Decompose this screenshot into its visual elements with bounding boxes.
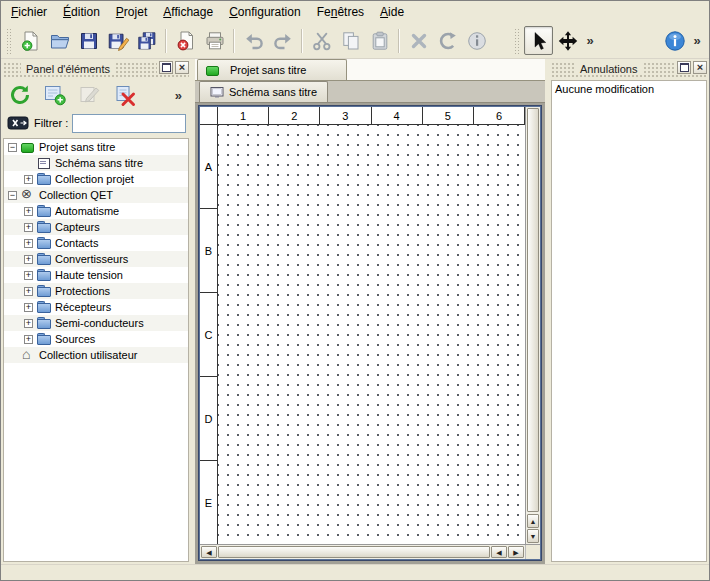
float-panel-button[interactable]: [159, 61, 173, 74]
reload-collections-button[interactable]: [7, 82, 33, 108]
new-document-button[interactable]: [16, 26, 45, 55]
undo-panel-title: Annulations: [575, 63, 643, 75]
expand-toggle[interactable]: [8, 191, 17, 200]
tree-item-label: Automatisme: [55, 205, 119, 217]
tab-project[interactable]: Projet sans titre: [197, 59, 347, 80]
tree-item[interactable]: Projet sans titre: [4, 139, 188, 155]
schema-tab-label: Schéma sans titre: [229, 86, 317, 98]
open-project-button[interactable]: [45, 26, 74, 55]
expand-toggle[interactable]: [24, 159, 33, 168]
tree-item[interactable]: Récepteurs: [4, 299, 188, 315]
tree-item-label: Sources: [55, 333, 95, 345]
close-panel-button[interactable]: [175, 61, 189, 74]
undo-button[interactable]: [239, 26, 268, 55]
undo-history-list[interactable]: Aucune modification: [551, 80, 707, 562]
expand-toggle[interactable]: [24, 255, 33, 264]
expand-toggle[interactable]: [24, 287, 33, 296]
tree-item[interactable]: Protections: [4, 283, 188, 299]
horizontal-scrollbar-thumb[interactable]: [218, 546, 490, 558]
expand-toggle[interactable]: [24, 271, 33, 280]
horizontal-scrollbar[interactable]: [200, 545, 525, 559]
elements-panel-titlebar[interactable]: Panel d'éléments: [3, 61, 189, 77]
tab-schema[interactable]: Schéma sans titre: [199, 81, 328, 102]
tree-item[interactable]: Capteurs: [4, 219, 188, 235]
tree-item[interactable]: Automatisme: [4, 203, 188, 219]
diagram-canvas[interactable]: [218, 125, 525, 544]
save-as-button[interactable]: [103, 26, 132, 55]
tree-item[interactable]: Convertisseurs: [4, 251, 188, 267]
tree-item[interactable]: Collection utilisateur: [4, 347, 188, 363]
delete-button[interactable]: [404, 26, 433, 55]
tree-item[interactable]: Haute tension: [4, 267, 188, 283]
panel-toolbar-overflow-button[interactable]: »: [172, 88, 185, 103]
menu-item[interactable]: Configuration: [221, 2, 309, 23]
select-tool-button[interactable]: [524, 26, 553, 55]
about-button[interactable]: [660, 26, 689, 55]
cut-button[interactable]: [307, 26, 336, 55]
expand-toggle[interactable]: [24, 239, 33, 248]
scroll-down-button[interactable]: [527, 529, 539, 543]
float-panel-button[interactable]: [677, 61, 691, 74]
scroll-left-button[interactable]: [201, 546, 217, 558]
save-button[interactable]: [74, 26, 103, 55]
tree-item-icon: [37, 301, 51, 313]
toolbar-grip[interactable]: [6, 28, 12, 54]
tree-item[interactable]: Schéma sans titre: [4, 155, 188, 171]
menu-item[interactable]: Fenêtres: [309, 2, 372, 23]
menu-item[interactable]: Fichier: [3, 2, 55, 23]
info-button[interactable]: [462, 26, 491, 55]
rotate-button[interactable]: [433, 26, 462, 55]
tree-item[interactable]: Contacts: [4, 235, 188, 251]
filter-input[interactable]: [72, 114, 186, 133]
expand-toggle[interactable]: [24, 175, 33, 184]
close-file-button[interactable]: [171, 26, 200, 55]
tree-item-icon: [37, 221, 51, 233]
expand-toggle[interactable]: [24, 319, 33, 328]
scroll-up-button[interactable]: [527, 514, 539, 528]
save-as-icon: [107, 30, 129, 52]
clear-filter-button[interactable]: [6, 114, 30, 132]
new-element-button[interactable]: [42, 82, 68, 108]
column-header: 3: [320, 107, 371, 124]
undo-empty-message: Aucune modification: [555, 83, 654, 95]
expand-toggle[interactable]: [24, 303, 33, 312]
redo-button[interactable]: [268, 26, 297, 55]
scroll-left-button-end[interactable]: [491, 546, 507, 558]
tree-item-icon: [21, 141, 35, 153]
copy-button[interactable]: [336, 26, 365, 55]
expand-toggle[interactable]: [8, 351, 17, 360]
close-panel-button[interactable]: [693, 61, 707, 74]
delete-element-button[interactable]: [112, 82, 138, 108]
toolbar-grip[interactable]: [514, 28, 520, 54]
expand-toggle[interactable]: [24, 335, 33, 344]
close-file-icon: [175, 30, 197, 52]
elements-panel-toolbar: »: [1, 78, 191, 112]
vertical-scrollbar-thumb[interactable]: [527, 108, 539, 512]
move-tool-button[interactable]: [553, 26, 582, 55]
toolbar-overflow-button[interactable]: »: [582, 28, 598, 54]
expand-toggle[interactable]: [24, 207, 33, 216]
tree-item[interactable]: Collection QET: [4, 187, 188, 203]
paste-button[interactable]: [365, 26, 394, 55]
menu-item[interactable]: Édition: [55, 2, 108, 23]
tree-item[interactable]: Collection projet: [4, 171, 188, 187]
menu-item[interactable]: Projet: [108, 2, 155, 23]
diagram-view[interactable]: 123456 ABCDE: [200, 107, 525, 544]
menu-item[interactable]: Aide: [372, 2, 412, 23]
toolbar-overflow-button[interactable]: »: [689, 28, 705, 54]
vertical-scrollbar[interactable]: [525, 107, 540, 544]
edit-element-button[interactable]: [77, 82, 103, 108]
save-all-button[interactable]: [132, 26, 161, 55]
edit-element-icon: [78, 83, 102, 107]
expand-toggle[interactable]: [8, 143, 17, 152]
expand-toggle[interactable]: [24, 223, 33, 232]
print-icon: [204, 30, 226, 52]
tree-item[interactable]: Semi-conducteurs: [4, 315, 188, 331]
tree-item[interactable]: Sources: [4, 331, 188, 347]
print-button[interactable]: [200, 26, 229, 55]
toolbar-separator: [233, 29, 235, 53]
undo-panel-titlebar[interactable]: Annulations: [551, 61, 707, 77]
column-header: 5: [423, 107, 474, 124]
scroll-right-button[interactable]: [508, 546, 524, 558]
menu-item[interactable]: Affichage: [155, 2, 221, 23]
